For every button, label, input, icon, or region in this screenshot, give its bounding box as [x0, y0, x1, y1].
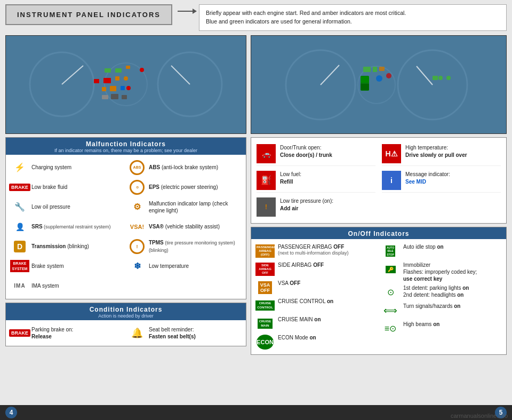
svg-rect-0: [9, 36, 243, 132]
svg-point-15: [126, 86, 131, 90]
cruise-control-text: CRUISE CONTROL on: [278, 298, 333, 305]
indicator-low-brake: BRAKE Low brake fluid: [11, 179, 123, 196]
watermark: carmanualsonline.info: [451, 413, 508, 419]
empty-cell: [129, 278, 241, 295]
cruise-control-item: CRUISECONTROL CRUISE CONTROL on: [255, 297, 377, 315]
high-beams-item: ≡⊙ High beams on: [381, 320, 502, 338]
auto-idle-stop-icon: AUTOIDLESTOP: [381, 243, 400, 259]
seatbelt-icon: 🔔: [129, 326, 146, 340]
malfunction-title: Malfunction Indicators: [6, 140, 246, 148]
condition-header: Condition Indicators Action is needed by…: [6, 303, 246, 320]
svg-point-11: [124, 76, 128, 81]
svg-rect-18: [122, 95, 127, 99]
svg-rect-31: [361, 76, 369, 83]
right-info-grid: 🚗 Door/Trunk open: Close door(s) / trunk…: [257, 142, 501, 219]
indicator-abs: ABS ABS (anti-lock brake system): [129, 159, 241, 176]
svg-rect-10: [115, 76, 119, 81]
brake-sys-label: Brake system: [31, 263, 64, 270]
cruise-main-item: CRUISEMAIN CRUISE MAIN on: [255, 315, 377, 333]
oil-label: Low oil pressure: [31, 203, 70, 210]
indicator-eps: ⊙ EPS (electric power steering): [129, 179, 241, 196]
ima-label: IMA system: [31, 282, 59, 289]
low-fuel-text: Low fuel: Refill: [280, 171, 301, 186]
dashboard-svg: [9, 36, 243, 132]
oil-icon: 🔧: [11, 200, 28, 215]
onoff-panel: On/Off Indicators PASSENGERAIRBAG(OFF) P…: [251, 227, 507, 355]
pass-airbag-item: PASSENGERAIRBAG(OFF) PASSENGER AIRBAG OF…: [255, 242, 377, 260]
auto-idle-stop-text: Auto idle stop on: [403, 243, 444, 250]
turn-signals-item: ⟺ Turn signals/hazards on: [381, 302, 502, 320]
vsa-label: VSA® (vehicle stability assist): [149, 223, 220, 230]
dashboard-right: [251, 35, 507, 134]
low-temp-label: Low temperature: [149, 263, 189, 270]
econ-text: ECON Mode on: [278, 334, 316, 341]
immobilizer-item: 🔑 Immobilizer Flashes: improperly coded …: [381, 260, 502, 283]
econ-icon: ECON: [255, 334, 275, 350]
onoff-title: On/Off Indicators: [251, 230, 506, 237]
vsa-off-icon: VSAOFF: [255, 280, 275, 296]
page-wrapper: INSTRUMENT PANEL INDICATORS Briefly appe…: [0, 0, 512, 420]
svg-rect-14: [121, 86, 125, 90]
abs-icon: ABS: [129, 160, 146, 175]
message-ind-icon: i: [382, 171, 401, 190]
svg-rect-16: [102, 95, 108, 99]
cruise-control-icon: CRUISECONTROL: [255, 298, 275, 314]
indicator-srs: 👤 SRS (supplemental restraint system): [11, 218, 123, 235]
high-temp-icon: H⚠: [382, 144, 401, 163]
door-trunk-icon: 🚗: [257, 144, 276, 163]
econ-mode-item: ECON ECON Mode on: [255, 333, 377, 351]
malfunction-subtitle: If an indicator remains on, there may be…: [6, 148, 246, 153]
message-ind-item: i Message indicator: See MID: [382, 169, 501, 193]
indicator-transmission: D Transmission (blinking): [11, 238, 123, 255]
svg-rect-5: [115, 68, 122, 73]
vsa-off-text: VSA OFF: [278, 280, 300, 287]
door-trunk-text: Door/Trunk open: Close door(s) / trunk: [280, 144, 332, 159]
right-column: 🚗 Door/Trunk open: Close door(s) / trunk…: [251, 35, 507, 406]
high-beams-icon: ≡⊙: [381, 321, 400, 337]
charging-label: Charging system: [31, 164, 71, 171]
low-tire-icon: !: [257, 197, 276, 217]
side-airbag-icon: SIDEAIRBAGOFF: [255, 261, 275, 278]
indicator-tpms: ! TPMS (tire pressure monitoring system)…: [129, 238, 241, 255]
svg-point-7: [140, 68, 144, 72]
side-airbag-text: SIDE AIRBAG OFF: [278, 261, 324, 268]
arrow-connector: [178, 4, 194, 12]
svg-point-36: [438, 76, 443, 80]
engine-icon: ⚙: [129, 200, 146, 215]
srs-icon: 👤: [11, 219, 28, 234]
indicator-vsa: VSA! VSA® (vehicle stability assist): [129, 218, 241, 235]
indicator-malf-lamp: ⚙ Malfunction indicator lamp (check engi…: [129, 199, 241, 216]
seatbelt-label: Seat belt reminder: Fasten seat belt(s): [149, 326, 196, 340]
trans-icon: D: [11, 239, 28, 254]
svg-rect-32: [361, 84, 369, 90]
malf-lamp-label: Malfunction indicator lamp (check engine…: [149, 200, 241, 214]
indicator-low-temp: ❄ Low temperature: [129, 258, 241, 275]
vsa-off-item: VSAOFF VSA OFF: [255, 279, 377, 297]
right-info-panel: 🚗 Door/Trunk open: Close door(s) / trunk…: [251, 137, 507, 224]
srs-label: SRS (supplemental restraint system): [31, 223, 111, 231]
svg-rect-9: [103, 78, 111, 83]
immob-text: Immobilizer Flashes: improperly coded ke…: [403, 261, 477, 282]
onoff-body: PASSENGERAIRBAG(OFF) PASSENGER AIRBAG OF…: [251, 239, 506, 354]
abs-label: ABS (anti-lock brake system): [149, 164, 218, 171]
high-temp-item: H⚠ High temperature: Drive slowly or pul…: [382, 142, 501, 166]
parking-brake-label: Parking brake on: Release: [31, 326, 73, 340]
onoff-right: AUTOIDLESTOP Auto idle stop on 🔑 I: [381, 242, 502, 351]
svg-rect-28: [373, 67, 377, 72]
vsa-icon: VSA!: [129, 219, 146, 234]
low-brake-label: Low brake fluid: [31, 184, 67, 191]
low-temp-icon: ❄: [129, 259, 146, 274]
svg-point-33: [376, 75, 382, 82]
malfunction-panel: Malfunction Indicators If an indicator r…: [5, 137, 246, 299]
immob-icon: 🔑: [381, 261, 400, 278]
low-fuel-icon: ⛽: [257, 171, 276, 190]
parking-brake-item: BRAKE Parking brake on: Release: [11, 324, 123, 342]
condition-body: BRAKE Parking brake on: Release 🔔 Seat b…: [6, 320, 246, 346]
svg-rect-29: [379, 67, 385, 71]
seatbelt-item: 🔔 Seat belt reminder: Fasten seat belt(s…: [129, 324, 241, 342]
cruise-main-icon: CRUISEMAIN: [255, 316, 275, 332]
main-content: Malfunction Indicators If an indicator r…: [0, 35, 512, 406]
indicator-charging: ⚡ Charging system: [11, 159, 123, 176]
brake-sys-icon: BRAKESYSTEM: [11, 259, 28, 274]
arrow-line: [178, 11, 194, 12]
